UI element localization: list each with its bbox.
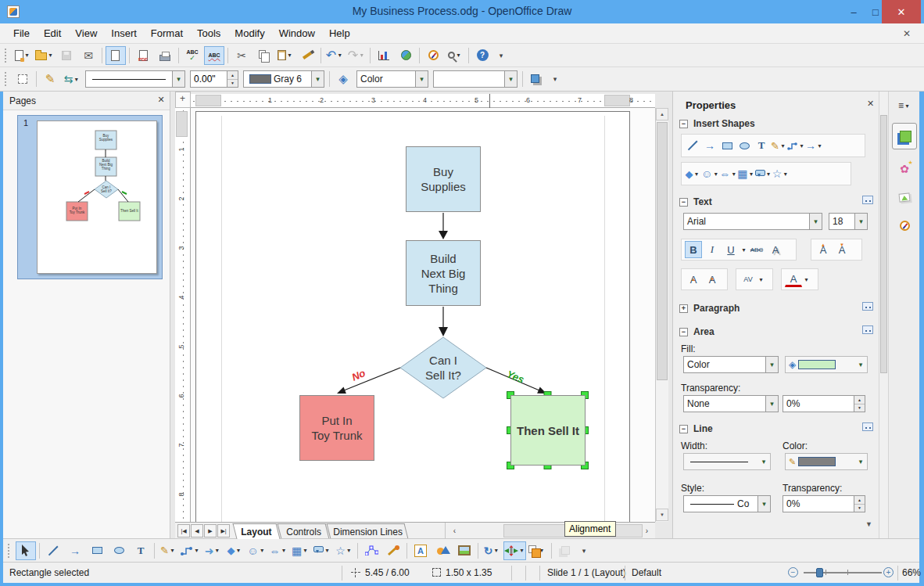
transparency-spin-buttons[interactable] bbox=[854, 396, 865, 412]
properties-scroll-thumb[interactable] bbox=[880, 115, 887, 373]
star-shapes-button[interactable]: ☆ bbox=[334, 541, 354, 560]
collapse-icon[interactable]: − bbox=[679, 120, 688, 128]
hscroll-left-arrow[interactable]: ‹ bbox=[449, 525, 460, 537]
save-button[interactable] bbox=[56, 46, 77, 65]
fill-color-dropdown[interactable] bbox=[854, 357, 867, 372]
flowchart-shapes-button[interactable]: ▦ bbox=[737, 164, 754, 183]
insert-chart-button[interactable] bbox=[374, 46, 394, 65]
toolbar-overflow-button[interactable] bbox=[496, 46, 506, 65]
char-spacing-dropdown[interactable] bbox=[757, 271, 765, 288]
horizontal-ruler[interactable]: 1 2 3 4 5 6 7 8 bbox=[191, 94, 655, 108]
toolbar-overflow-button[interactable] bbox=[550, 70, 560, 88]
increase-font-button[interactable]: A▲ bbox=[685, 271, 702, 288]
fill-type-dropdown[interactable] bbox=[415, 71, 428, 87]
export-pdf-button[interactable]: PDF bbox=[133, 46, 153, 65]
minimize-button[interactable]: – bbox=[843, 0, 865, 23]
menu-insert[interactable]: Insert bbox=[104, 24, 144, 42]
email-button[interactable]: ✉ bbox=[78, 46, 98, 65]
panel-scroll-down-icon[interactable]: ▼ bbox=[865, 520, 872, 528]
insert-curve-button[interactable]: ✎ bbox=[770, 136, 787, 155]
fill-color-button[interactable]: ◈ bbox=[785, 356, 868, 373]
italic-button[interactable]: I bbox=[704, 241, 721, 258]
rotate-button[interactable]: ↻ bbox=[482, 541, 502, 560]
close-button[interactable]: ✕ bbox=[882, 0, 921, 23]
underline-dropdown[interactable] bbox=[740, 241, 747, 258]
flowchart-shapes-button[interactable]: ▦ bbox=[290, 541, 310, 560]
insert-shapes-section-header[interactable]: − Insert Shapes bbox=[679, 118, 755, 129]
line-dialog-button[interactable]: ✎ bbox=[40, 70, 60, 88]
line-color-dropdown[interactable] bbox=[311, 71, 324, 87]
new-document-button[interactable] bbox=[13, 46, 33, 65]
spin-up[interactable] bbox=[227, 71, 238, 79]
line-color-dropdown[interactable] bbox=[854, 454, 867, 469]
line-style-dropdown[interactable] bbox=[172, 71, 184, 87]
font-color-button[interactable]: A bbox=[785, 272, 802, 287]
undo-button[interactable]: ↶ bbox=[324, 46, 345, 65]
collapse-icon[interactable]: − bbox=[679, 425, 688, 433]
menu-format[interactable]: Format bbox=[144, 24, 190, 42]
close-document-icon[interactable]: ✕ bbox=[899, 26, 915, 41]
block-arrow-dropdown[interactable] bbox=[213, 542, 220, 559]
page-thumbnail[interactable]: Buy Supplies Build Next Big Thing Can I … bbox=[37, 120, 157, 274]
callout-shapes-button[interactable] bbox=[312, 541, 332, 560]
area-dialog-button[interactable]: ◈ bbox=[333, 70, 353, 88]
alignment-button[interactable] bbox=[503, 541, 526, 560]
line-width-dropdown[interactable] bbox=[757, 454, 770, 469]
star-dropdown[interactable] bbox=[782, 165, 789, 182]
vertical-ruler[interactable]: 1 2 3 4 5 6 7 8 bbox=[175, 108, 191, 522]
open-dropdown-arrow[interactable] bbox=[47, 47, 54, 64]
fill-type-select[interactable]: Color bbox=[683, 356, 779, 373]
shadow-button[interactable] bbox=[526, 70, 546, 88]
area-dialog-launcher[interactable] bbox=[862, 325, 873, 334]
menu-modify[interactable]: Modify bbox=[227, 24, 271, 42]
toolbar-grip[interactable] bbox=[4, 48, 9, 63]
basic-shapes-dropdown[interactable] bbox=[235, 542, 242, 559]
vertical-scrollbar[interactable] bbox=[655, 108, 668, 522]
flowchart-dropdown[interactable] bbox=[748, 165, 755, 182]
paragraph-section-header[interactable]: + Paragraph bbox=[679, 303, 740, 314]
flowchart-dropdown[interactable] bbox=[302, 542, 309, 559]
line-transparency-spinner[interactable]: 0% bbox=[783, 495, 865, 512]
new-dropdown-arrow[interactable] bbox=[23, 47, 30, 64]
fontwork-button[interactable]: A bbox=[410, 541, 431, 560]
symbol-shapes-dropdown[interactable] bbox=[259, 542, 266, 559]
select-tool-button[interactable] bbox=[16, 541, 36, 560]
basic-shapes-dropdown[interactable] bbox=[693, 165, 700, 182]
shadow-text-button[interactable]: A bbox=[767, 241, 784, 258]
menu-window[interactable]: Window bbox=[272, 24, 322, 42]
navigator-button[interactable] bbox=[423, 46, 443, 65]
block-arrows-button[interactable]: ⇔ bbox=[719, 164, 737, 183]
transparency-spinner[interactable]: 0% bbox=[783, 395, 865, 412]
autospellcheck-button[interactable]: ABC bbox=[204, 46, 224, 65]
position-size-button[interactable] bbox=[13, 70, 33, 88]
tab-dimension-lines[interactable]: Dimension Lines bbox=[327, 523, 409, 539]
insert-arrow-button[interactable]: → bbox=[701, 136, 718, 155]
drawing-canvas[interactable]: Buy Supplies Build Next Big Thing Can I … bbox=[191, 108, 655, 522]
sidebar-menu-dropdown[interactable] bbox=[904, 97, 911, 114]
flow-node-then-sell-it-selected[interactable]: Then Sell It bbox=[510, 395, 586, 466]
tab-controls[interactable]: Controls bbox=[278, 523, 330, 539]
curve-dropdown[interactable] bbox=[779, 137, 786, 154]
cut-button[interactable]: ✂ bbox=[231, 46, 252, 65]
insert-text-button[interactable]: T bbox=[753, 136, 770, 155]
rectangle-tool-button[interactable] bbox=[87, 541, 107, 560]
sidebar-menu-button[interactable]: ≡ bbox=[892, 98, 917, 113]
pages-panel-close-icon[interactable]: ✕ bbox=[155, 95, 167, 107]
sidebar-tab-navigator[interactable] bbox=[892, 214, 917, 237]
insert-connector-button[interactable] bbox=[787, 136, 805, 155]
toolbar-grip[interactable] bbox=[7, 543, 13, 559]
fill-color-dropdown[interactable] bbox=[504, 71, 517, 87]
bold-button[interactable]: B bbox=[685, 241, 702, 258]
menu-view[interactable]: View bbox=[68, 24, 104, 42]
properties-scrollbar[interactable] bbox=[879, 92, 888, 538]
flow-node-build-next-big-thing[interactable]: Build Next Big Thing bbox=[406, 240, 481, 306]
line-color-button[interactable]: ✎ bbox=[785, 453, 868, 470]
previous-page-button[interactable]: ◀ bbox=[191, 524, 203, 537]
zoom-slider-thumb[interactable] bbox=[816, 568, 823, 577]
symbol-shapes-dropdown[interactable] bbox=[712, 165, 719, 182]
menu-file[interactable]: File bbox=[6, 24, 37, 42]
spin-down[interactable] bbox=[227, 79, 238, 88]
spin-down[interactable] bbox=[854, 504, 865, 512]
block-arrows-dropdown[interactable] bbox=[281, 542, 288, 559]
paragraph-dialog-launcher[interactable] bbox=[862, 302, 873, 311]
